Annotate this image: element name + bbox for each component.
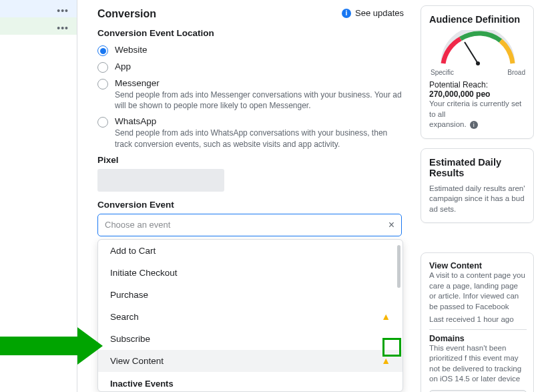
domains-title: Domains <box>429 334 527 343</box>
event-option-search[interactable]: Search▲ <box>98 306 403 328</box>
radio-description: Send people from ads into Messenger conv… <box>115 89 402 111</box>
domains-desc: This event hasn't been prioritized f thi… <box>429 343 527 385</box>
location-option-website[interactable]: Website <box>97 42 410 59</box>
rail-item[interactable]: ••• <box>0 0 77 17</box>
inactive-events-heading: Inactive Events <box>98 372 403 391</box>
gauge-label-specific: Specific <box>431 69 454 76</box>
audience-gauge <box>434 30 522 67</box>
more-icon[interactable]: ••• <box>57 23 69 33</box>
conversion-event-heading: Conversion Event <box>97 200 410 210</box>
rail-item[interactable]: ••• <box>0 17 77 35</box>
event-option-initiate-checkout[interactable]: Initiate Checkout <box>98 262 403 284</box>
select-placeholder: Choose an event <box>105 220 170 230</box>
tooltip-desc: A visit to a content page you care a pag… <box>429 270 527 312</box>
audience-definition-card: Audience Definition Specific Broad Poten… <box>421 5 534 139</box>
radio-icon[interactable] <box>97 62 108 73</box>
card-title: Audience Definition <box>429 14 527 25</box>
radio-icon[interactable] <box>97 45 108 56</box>
location-option-whatsapp[interactable]: WhatsApp Send people from ads into Whats… <box>97 114 410 152</box>
event-option-add-to-cart[interactable]: Add to Cart <box>98 240 403 262</box>
location-option-messenger[interactable]: Messenger Send people from ads into Mess… <box>97 75 410 114</box>
radio-label: WhatsApp <box>115 116 402 126</box>
tooltip-title: View Content <box>429 261 527 270</box>
event-option-subscribe[interactable]: Subscribe <box>98 328 403 350</box>
conversion-event-dropdown: Add to Cart Initiate Checkout Purchase S… <box>97 239 403 392</box>
right-panel: Audience Definition Specific Broad Poten… <box>418 0 534 392</box>
radio-icon[interactable] <box>97 117 108 128</box>
event-option-purchase[interactable]: Purchase <box>98 284 403 306</box>
estimated-daily-results-card: Estimated Daily Results Estimated daily … <box>421 148 534 224</box>
conversion-event-select[interactable]: Choose an event × <box>97 214 402 236</box>
info-icon: i <box>342 9 351 18</box>
warning-icon: ▲ <box>381 355 390 366</box>
conversion-location-heading: Conversion Event Location <box>97 28 410 38</box>
clear-icon[interactable]: × <box>388 219 394 231</box>
warning-icon: ▲ <box>381 311 390 322</box>
criteria-note: Your criteria is currently set to allexp… <box>429 99 527 130</box>
gauge-label-broad: Broad <box>507 69 525 76</box>
pixel-heading: Pixel <box>97 155 410 165</box>
scrollbar[interactable] <box>397 245 400 288</box>
pixel-selector[interactable] <box>97 169 224 192</box>
radio-label: App <box>115 61 131 71</box>
card-title: Estimated Daily Results <box>429 157 527 178</box>
radio-description: Send people from ads into WhatsApp conve… <box>115 128 402 149</box>
svg-line-0 <box>465 42 478 63</box>
settings-pane: Conversion i See updates Conversion Even… <box>77 0 418 392</box>
info-icon[interactable]: i <box>470 121 478 129</box>
location-option-app[interactable]: App <box>97 59 410 75</box>
event-option-view-content[interactable]: View Content▲ <box>98 350 403 372</box>
see-updates-link[interactable]: i See updates <box>342 8 404 18</box>
radio-label: Website <box>115 45 148 55</box>
radio-label: Messenger <box>115 78 402 88</box>
view-content-tooltip: View Content A visit to a content page y… <box>421 252 534 392</box>
last-received: Last received 1 hour ago <box>429 315 527 325</box>
campaign-rail: ••• ••• <box>0 0 77 392</box>
potential-reach: Potential Reach: 270,000,000 peo <box>429 80 527 99</box>
see-updates-label: See updates <box>355 8 404 18</box>
radio-icon[interactable] <box>97 79 108 89</box>
more-icon[interactable]: ••• <box>57 5 69 16</box>
svg-point-1 <box>476 61 480 65</box>
edr-body: Estimated daily results aren' campaign s… <box>429 184 527 215</box>
